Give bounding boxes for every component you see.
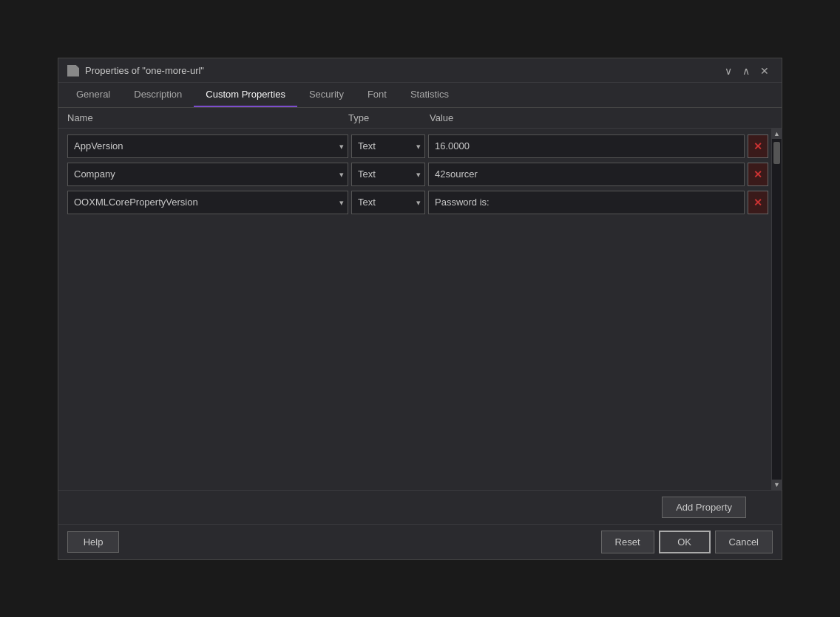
type-select-wrap-3: Text Number Date Boolean ▾ — [351, 191, 425, 214]
delete-button-3[interactable]: ✕ — [748, 191, 768, 214]
col-header-type: Type — [348, 112, 430, 123]
name-select-2[interactable]: Company — [67, 163, 348, 186]
col-header-value: Value — [430, 112, 773, 123]
col-header-name: Name — [67, 112, 348, 123]
doc-icon — [67, 65, 79, 77]
properties-dialog: Properties of "one-more-url" ∨ ∧ ✕ Gener… — [58, 58, 782, 560]
delete-button-2[interactable]: ✕ — [748, 163, 768, 186]
scrollbar-track: ▲ ▼ — [771, 129, 782, 490]
tab-font[interactable]: Font — [356, 83, 399, 107]
type-select-3[interactable]: Text Number Date Boolean — [351, 191, 425, 214]
value-input-1[interactable] — [428, 134, 745, 158]
value-input-3[interactable] — [428, 191, 745, 214]
add-property-button[interactable]: Add Property — [662, 497, 746, 518]
name-select-wrap-1: AppVersion ▾ — [67, 134, 348, 158]
delete-button-1[interactable]: ✕ — [748, 134, 768, 158]
footer-right: Reset OK Cancel — [601, 531, 773, 553]
tab-bar: General Description Custom Properties Se… — [58, 83, 782, 108]
table-row: AppVersion ▾ Text Number Date Boolean ▾ — [67, 134, 768, 158]
title-bar-controls: ∨ ∧ ✕ — [721, 64, 773, 78]
type-select-wrap-1: Text Number Date Boolean ▾ — [351, 134, 425, 158]
reset-button[interactable]: Reset — [601, 531, 654, 553]
ok-button[interactable]: OK — [659, 531, 711, 553]
scrollbar-content — [772, 139, 782, 480]
title-bar-left: Properties of "one-more-url" — [67, 65, 204, 77]
type-select-1[interactable]: Text Number Date Boolean — [351, 134, 425, 158]
name-select-wrap-2: Company ▾ — [67, 163, 348, 186]
type-select-2[interactable]: Text Number Date Boolean — [351, 163, 425, 186]
scrollbar-down-button[interactable]: ▼ — [772, 480, 782, 490]
name-select-1[interactable]: AppVersion — [67, 134, 348, 158]
value-input-2[interactable] — [428, 163, 745, 186]
minimize-button[interactable]: ∨ — [721, 64, 736, 78]
properties-scroll-container: AppVersion ▾ Text Number Date Boolean ▾ — [58, 129, 782, 490]
maximize-button[interactable]: ∧ — [739, 64, 753, 78]
table-header: Name Type Value — [58, 108, 782, 129]
content-area: AppVersion ▾ Text Number Date Boolean ▾ — [58, 129, 782, 524]
type-select-wrap-2: Text Number Date Boolean ▾ — [351, 163, 425, 186]
dialog-title: Properties of "one-more-url" — [85, 65, 204, 76]
tab-custom-properties[interactable]: Custom Properties — [194, 83, 297, 107]
table-row: OOXMLCorePropertyVersion ▾ Text Number D… — [67, 191, 768, 214]
title-bar: Properties of "one-more-url" ∨ ∧ ✕ — [58, 58, 782, 83]
close-button[interactable]: ✕ — [756, 64, 773, 78]
properties-inner: AppVersion ▾ Text Number Date Boolean ▾ — [58, 129, 771, 490]
tab-security[interactable]: Security — [297, 83, 356, 107]
name-select-wrap-3: OOXMLCorePropertyVersion ▾ — [67, 191, 348, 214]
name-select-3[interactable]: OOXMLCorePropertyVersion — [67, 191, 348, 214]
tab-description[interactable]: Description — [122, 83, 194, 107]
table-row: Company ▾ Text Number Date Boolean ▾ — [67, 163, 768, 186]
scrollbar-knob[interactable] — [773, 142, 780, 164]
cancel-button[interactable]: Cancel — [715, 531, 773, 553]
tab-general[interactable]: General — [64, 83, 122, 107]
help-button[interactable]: Help — [67, 531, 119, 553]
tab-statistics[interactable]: Statistics — [399, 83, 461, 107]
footer: Help Reset OK Cancel — [58, 524, 782, 559]
add-property-bar: Add Property — [58, 490, 782, 524]
scrollbar-up-button[interactable]: ▲ — [772, 129, 782, 139]
